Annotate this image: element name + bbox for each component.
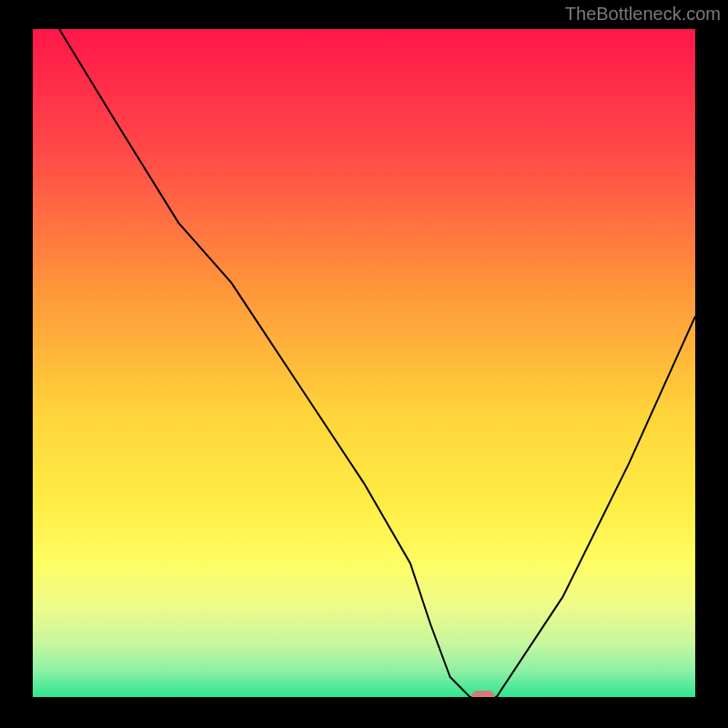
watermark-text: TheBottleneck.com	[565, 4, 721, 25]
chart-curve	[33, 29, 695, 697]
chart-marker	[471, 691, 495, 697]
chart-plot-area	[33, 29, 695, 697]
